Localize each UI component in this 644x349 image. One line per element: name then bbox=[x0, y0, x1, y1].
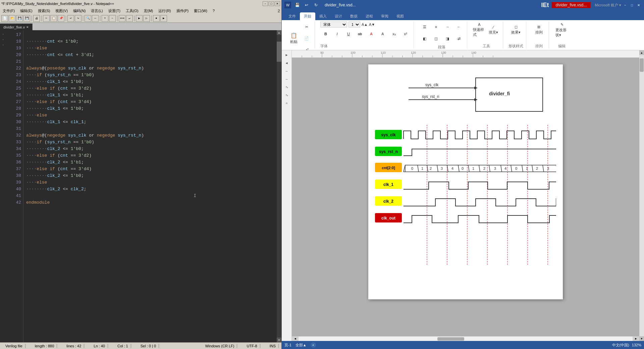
word-scroll-down-btn[interactable]: ▼ bbox=[639, 336, 644, 341]
vertical-scrollbar[interactable]: ▲ ▼ bbox=[277, 30, 281, 342]
line-btn[interactable]: ∕ 填充▾ bbox=[487, 21, 500, 38]
qa-undo-btn[interactable]: ↩ bbox=[303, 2, 310, 8]
menu-tools[interactable]: 工具(O) bbox=[124, 8, 140, 13]
grow-font-btn[interactable]: A▲ bbox=[362, 21, 368, 28]
file-tab[interactable]: divider_five.v ✕ bbox=[0, 23, 33, 30]
fold-icon-3[interactable]: ▸ bbox=[1, 42, 6, 47]
markers-btn[interactable]: ▶ bbox=[136, 15, 143, 22]
superscript-btn[interactable]: x² bbox=[400, 29, 411, 39]
numbering-btn[interactable]: ≡ bbox=[431, 21, 441, 32]
word-page[interactable]: divider_fi sys_clk sys_rst_n bbox=[292, 58, 639, 336]
strikethrough-btn[interactable]: ab bbox=[355, 29, 365, 39]
align-center-btn[interactable]: ◫ bbox=[431, 33, 441, 44]
close-button[interactable]: ✕ bbox=[275, 1, 280, 6]
macro-btn[interactable]: ● bbox=[153, 15, 160, 22]
print-btn[interactable]: 🖨 bbox=[33, 15, 40, 22]
tab-insert[interactable]: 插入 bbox=[315, 12, 331, 20]
save-all-btn[interactable]: 💾 bbox=[23, 15, 30, 22]
open-btn[interactable]: 📂 bbox=[9, 15, 15, 22]
indent-increase-btn[interactable]: → bbox=[442, 21, 453, 32]
tab-view[interactable]: 视图 bbox=[392, 12, 408, 20]
word-scroll-up-btn[interactable]: ▲ bbox=[639, 50, 644, 55]
horizontal-scrollbar[interactable]: ◀ ▶ bbox=[292, 336, 639, 341]
scroll-down-arrow[interactable]: ▼ bbox=[277, 338, 281, 342]
font-size-select[interactable]: 12pt bbox=[348, 21, 360, 28]
left-sidebar-icon-5[interactable]: ∿ bbox=[283, 84, 290, 91]
replace-btn[interactable]: ↔ bbox=[92, 15, 99, 22]
left-sidebar-icon-1[interactable]: ▶ bbox=[283, 52, 290, 58]
menu-edit[interactable]: 编辑(E) bbox=[19, 8, 34, 13]
redo-btn[interactable]: ↪ bbox=[75, 15, 82, 22]
word-scroll-thumb[interactable] bbox=[640, 58, 644, 72]
fold-icon-2[interactable]: ▸ bbox=[1, 37, 6, 42]
scroll-up-arrow[interactable]: ▲ bbox=[277, 30, 281, 35]
scroll-thumb[interactable] bbox=[277, 42, 281, 62]
sync-scroll-btn[interactable]: ⟺ bbox=[119, 15, 125, 22]
left-sidebar-icon-4[interactable]: — bbox=[283, 76, 290, 83]
bullets-btn[interactable]: ☰ bbox=[419, 21, 430, 32]
menu-run[interactable]: 运行(R) bbox=[157, 8, 172, 13]
play-macro-btn[interactable]: ▶ bbox=[160, 15, 167, 22]
menu-view[interactable]: 视图(V) bbox=[54, 8, 69, 13]
paste-btn[interactable]: 📋 粘贴 bbox=[287, 30, 301, 47]
shape-fill-btn[interactable]: ◻ 效果▾ bbox=[509, 21, 523, 38]
align-left-btn[interactable]: ◧ bbox=[419, 33, 430, 44]
quick-styles-btn[interactable]: A 快速样式 bbox=[473, 21, 486, 38]
text-direction-btn[interactable]: ⇄ bbox=[453, 33, 464, 44]
paste-btn[interactable]: 📌 bbox=[58, 15, 64, 22]
menu-file[interactable]: 文件(F) bbox=[1, 8, 16, 13]
copy-btn[interactable]: 📋 bbox=[50, 15, 57, 22]
scroll-right-btn[interactable]: ▶ bbox=[633, 337, 639, 341]
cut-btn[interactable]: ✂ bbox=[301, 21, 312, 32]
menu-settings[interactable]: 设置(T) bbox=[107, 8, 122, 13]
font-highlight-btn[interactable]: A bbox=[377, 29, 388, 39]
left-sidebar-icon-6[interactable]: ∿ bbox=[283, 92, 290, 99]
tab-close-btn[interactable]: ✕ bbox=[26, 26, 29, 29]
menu-macro[interactable]: 宏(M) bbox=[143, 8, 155, 13]
qa-redo-btn[interactable]: ↻ bbox=[313, 2, 319, 8]
tab-file[interactable]: 文件 bbox=[284, 12, 300, 20]
zoom-out-btn[interactable]: − bbox=[109, 15, 116, 22]
align-right-btn[interactable]: ◨ bbox=[442, 33, 453, 44]
left-sidebar-icon-3[interactable]: — bbox=[283, 68, 290, 74]
cut-btn[interactable]: ✂ bbox=[43, 15, 50, 22]
tab-process[interactable]: 进程 bbox=[362, 12, 377, 20]
bold-btn[interactable]: B bbox=[320, 29, 331, 39]
minimize-button[interactable]: − bbox=[263, 1, 268, 6]
add-page-btn[interactable]: + bbox=[311, 342, 316, 348]
qa-save-btn[interactable]: 💾 bbox=[294, 2, 301, 8]
underline-btn[interactable]: U bbox=[343, 29, 354, 39]
menu-window[interactable]: 窗口(W) bbox=[193, 8, 209, 13]
tab-review[interactable]: 审阅 bbox=[377, 12, 392, 20]
subscript-btn[interactable]: x₂ bbox=[389, 29, 399, 39]
undo-btn[interactable]: ↩ bbox=[67, 15, 74, 22]
shrink-font-btn[interactable]: A▼ bbox=[369, 21, 375, 28]
wordwrap-btn[interactable]: ↵ bbox=[126, 15, 133, 22]
menu-language[interactable]: 语言(L) bbox=[90, 8, 104, 13]
new-btn[interactable]: 📄 bbox=[1, 15, 8, 22]
format-painter-btn[interactable]: 🖌 bbox=[301, 44, 312, 50]
left-sidebar-icon-7[interactable]: ≈ bbox=[283, 100, 290, 107]
word-minimize-btn[interactable]: − bbox=[623, 2, 628, 8]
copy-btn[interactable]: 📄 bbox=[301, 33, 312, 44]
font-color-btn[interactable]: A bbox=[366, 29, 377, 39]
menu-search[interactable]: 搜索(S) bbox=[37, 8, 52, 13]
total-pages[interactable]: 全部▲ bbox=[296, 343, 307, 348]
menu-help[interactable]: ? bbox=[211, 9, 216, 13]
code-area[interactable]: ········cnt <= 1'b0; ····else ········cn… bbox=[23, 30, 277, 342]
tab-design[interactable]: 设计 bbox=[331, 12, 346, 20]
edit-btn[interactable]: ✎ 更改形状▾ bbox=[555, 21, 569, 38]
tab-home[interactable]: 开始 bbox=[300, 12, 315, 20]
menu-encoding[interactable]: 编码(N) bbox=[72, 8, 87, 13]
left-sidebar-icon-2[interactable]: ◀ bbox=[283, 60, 290, 66]
scroll-left-btn[interactable]: ◀ bbox=[292, 337, 299, 341]
find-btn[interactable]: 🔍 bbox=[85, 15, 91, 22]
tab-data[interactable]: 数据 bbox=[346, 12, 362, 20]
arrange-btn[interactable]: ⊞ 排列 bbox=[532, 21, 546, 38]
run-btn[interactable]: ▷ bbox=[143, 15, 150, 22]
fold-icon[interactable]: ▸ bbox=[1, 32, 6, 36]
menu-plugins[interactable]: 插件(P) bbox=[175, 8, 190, 13]
h-scroll-thumb[interactable] bbox=[437, 337, 464, 341]
italic-btn[interactable]: I bbox=[332, 29, 342, 39]
word-vertical-scrollbar[interactable]: ▲ ▼ bbox=[639, 50, 644, 341]
